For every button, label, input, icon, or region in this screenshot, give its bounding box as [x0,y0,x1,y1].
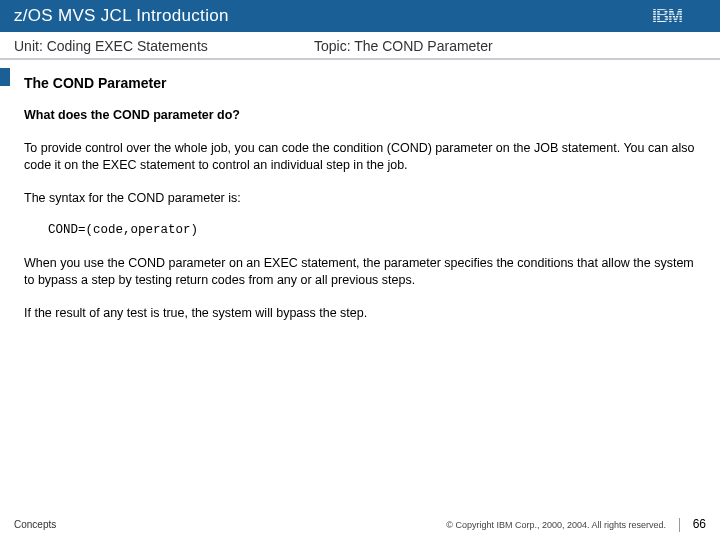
topic-value: The COND Parameter [354,38,492,54]
slide-title: z/OS MVS JCL Introduction [14,6,229,26]
slide-page: z/OS MVS JCL Introduction IBM Unit: Codi… [0,0,720,540]
footer-right-group: © Copyright IBM Corp., 2000, 2004. All r… [446,517,706,532]
topic-label: Topic: [314,38,351,54]
content-area: The COND Parameter What does the COND pa… [0,60,720,511]
meta-row: Unit: Coding EXEC Statements Topic: The … [0,32,720,60]
meta-topic: Topic: The COND Parameter [314,38,706,54]
section-marker [0,68,10,86]
unit-label: Unit: [14,38,43,54]
titlebar: z/OS MVS JCL Introduction IBM [0,0,720,32]
unit-value: Coding EXEC Statements [47,38,208,54]
page-number: 66 [693,517,706,531]
ibm-logo: IBM [652,6,706,26]
footer-left: Concepts [14,519,56,530]
meta-unit: Unit: Coding EXEC Statements [14,38,314,54]
svg-text:IBM: IBM [652,6,682,26]
section-title: The COND Parameter [24,74,702,93]
subquestion: What does the COND parameter do? [24,107,702,124]
code-syntax: COND=(code,operator) [48,222,702,239]
paragraph-2: The syntax for the COND parameter is: [24,190,702,207]
paragraph-3: When you use the COND parameter on an EX… [24,255,702,289]
footer-copyright: © Copyright IBM Corp., 2000, 2004. All r… [446,520,666,530]
footer: Concepts © Copyright IBM Corp., 2000, 20… [0,511,720,540]
paragraph-4: If the result of any test is true, the s… [24,305,702,322]
paragraph-1: To provide control over the whole job, y… [24,140,702,174]
footer-separator [679,518,680,532]
ibm-logo-icon: IBM [652,6,706,26]
